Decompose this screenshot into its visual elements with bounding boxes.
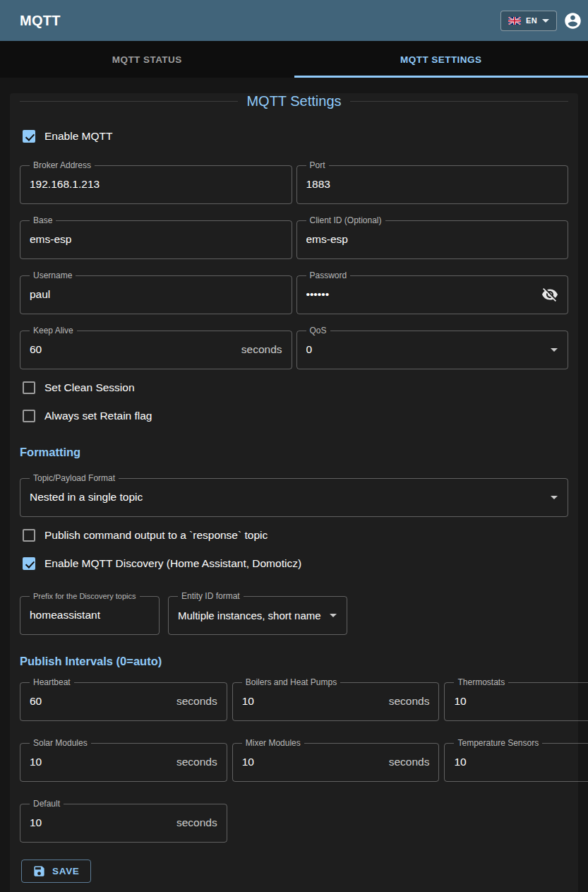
divider xyxy=(20,101,238,102)
keep-alive-field[interactable]: seconds Keep Alive xyxy=(20,330,292,369)
retain-flag-checkbox[interactable] xyxy=(23,410,35,422)
password-input[interactable] xyxy=(306,275,542,314)
settings-card: MQTT Settings Enable MQTT Broker Address… xyxy=(10,93,578,892)
discovery-prefix-field[interactable]: Prefix for the Discovery topics xyxy=(20,595,160,635)
publish-response-row[interactable]: Publish command output to a `response` t… xyxy=(23,521,568,549)
clean-session-row[interactable]: Set Clean Session xyxy=(23,374,568,402)
default-interval-input[interactable] xyxy=(30,803,171,843)
language-selector-button[interactable]: EN xyxy=(500,11,557,31)
topic-format-select[interactable]: Nested in a single topic Topic/Payload F… xyxy=(20,477,568,517)
formatting-heading: Formatting xyxy=(20,444,568,460)
unit-label: seconds xyxy=(171,695,217,708)
mqtt-discovery-label: Enable MQTT Discovery (Home Assistant, D… xyxy=(44,557,301,570)
section-title-text: MQTT Settings xyxy=(246,93,341,109)
enable-mqtt-label: Enable MQTT xyxy=(44,130,112,143)
tab-mqtt-status[interactable]: MQTT STATUS xyxy=(0,41,294,78)
tab-mqtt-settings[interactable]: MQTT SETTINGS xyxy=(294,41,588,78)
connection-fields: Broker Address Port Base Client ID (Opti… xyxy=(20,165,568,369)
app-bar: MQTT EN xyxy=(0,0,588,41)
unit-label: seconds xyxy=(236,343,282,356)
clean-session-label: Set Clean Session xyxy=(44,381,135,394)
broker-address-field[interactable]: Broker Address xyxy=(20,165,292,204)
language-label: EN xyxy=(526,16,537,25)
save-button[interactable]: SAVE xyxy=(21,860,91,883)
visibility-off-icon[interactable] xyxy=(541,286,558,303)
heartbeat-field[interactable]: seconds Heartbeat xyxy=(20,682,227,721)
unit-label: seconds xyxy=(171,816,217,829)
unit-label: seconds xyxy=(383,756,430,768)
discovery-prefix-input[interactable] xyxy=(30,595,150,635)
solar-modules-field[interactable]: seconds Solar Modules xyxy=(20,742,227,782)
field-label: QoS xyxy=(306,326,330,335)
heartbeat-input[interactable] xyxy=(30,682,171,721)
base-input[interactable] xyxy=(30,220,282,259)
default-interval-field[interactable]: seconds Default xyxy=(20,803,227,843)
publish-response-label: Publish command output to a `response` t… xyxy=(44,529,268,542)
password-field[interactable]: Password xyxy=(296,275,569,314)
client-id-field[interactable]: Client ID (Optional) xyxy=(296,220,569,259)
thermostats-input[interactable] xyxy=(454,682,588,721)
section-title: MQTT Settings xyxy=(20,93,568,109)
account-icon[interactable] xyxy=(563,11,582,30)
dropdown-arrow-icon xyxy=(325,607,342,624)
thermostats-field[interactable]: seconds Thermostats xyxy=(444,682,588,721)
keep-alive-input[interactable] xyxy=(30,330,236,369)
tab-bar: MQTT STATUS MQTT SETTINGS xyxy=(0,41,588,78)
username-input[interactable] xyxy=(30,275,282,314)
enable-mqtt-checkbox[interactable] xyxy=(23,130,35,143)
port-input[interactable] xyxy=(306,165,559,204)
dropdown-arrow-icon xyxy=(546,341,563,358)
client-id-input[interactable] xyxy=(306,220,559,259)
enable-mqtt-row[interactable]: Enable MQTT xyxy=(23,122,568,150)
mqtt-discovery-row[interactable]: Enable MQTT Discovery (Home Assistant, D… xyxy=(23,549,568,578)
retain-flag-label: Always set Retain flag xyxy=(44,410,152,422)
session-options: Set Clean Session Always set Retain flag xyxy=(20,374,568,430)
appbar-actions: EN xyxy=(500,11,582,31)
mixer-modules-input[interactable] xyxy=(242,742,383,782)
qos-value: 0 xyxy=(306,343,546,356)
publish-response-checkbox[interactable] xyxy=(23,529,35,542)
chevron-down-icon xyxy=(542,19,549,23)
qos-select[interactable]: 0 QoS xyxy=(296,330,569,369)
dropdown-arrow-icon xyxy=(546,489,563,506)
save-icon xyxy=(32,864,46,878)
mixer-modules-field[interactable]: seconds Mixer Modules xyxy=(232,742,440,782)
temperature-sensors-field[interactable]: seconds Temperature Sensors xyxy=(444,742,588,782)
divider xyxy=(350,101,568,102)
solar-modules-input[interactable] xyxy=(30,742,171,782)
page-title: MQTT xyxy=(20,13,61,29)
port-field[interactable]: Port xyxy=(296,165,569,204)
base-field[interactable]: Base xyxy=(20,220,292,259)
entity-id-format-value: Multiple instances, short name xyxy=(178,609,325,622)
boilers-field[interactable]: seconds Boilers and Heat Pumps xyxy=(232,682,440,721)
clean-session-checkbox[interactable] xyxy=(23,381,35,394)
discovery-fields: Prefix for the Discovery topics Multiple… xyxy=(20,595,568,635)
uk-flag-icon xyxy=(508,17,521,25)
unit-label: seconds xyxy=(171,756,217,768)
retain-flag-row[interactable]: Always set Retain flag xyxy=(23,402,568,430)
publish-intervals-heading: Publish Intervals (0=auto) xyxy=(20,653,568,669)
field-label: Topic/Payload Format xyxy=(30,474,119,482)
save-button-label: SAVE xyxy=(52,866,80,876)
broker-address-input[interactable] xyxy=(30,165,282,204)
intervals-grid: seconds Heartbeat seconds Boilers and He… xyxy=(20,682,568,843)
temperature-sensors-input[interactable] xyxy=(454,742,588,782)
boilers-input[interactable] xyxy=(242,682,383,721)
entity-id-format-select[interactable]: Multiple instances, short name Entity ID… xyxy=(168,595,347,635)
username-field[interactable]: Username xyxy=(20,275,292,314)
field-label: Entity ID format xyxy=(178,592,244,600)
unit-label: seconds xyxy=(383,695,430,708)
mqtt-discovery-checkbox[interactable] xyxy=(23,557,35,570)
topic-format-value: Nested in a single topic xyxy=(30,491,546,504)
